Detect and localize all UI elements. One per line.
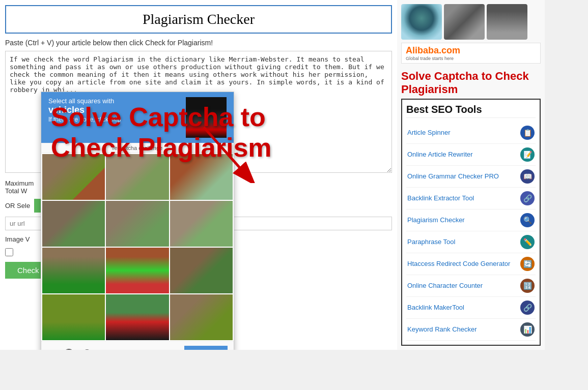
captcha-info-icon[interactable]: ⓘ [82,348,92,350]
or-select-label: OR Sele [5,202,30,209]
seo-tool-item-9[interactable]: Keyword Rank Checker 📊 [406,319,536,341]
seo-tool-item-4[interactable]: Plagiarism Checker 🔍 [406,209,536,231]
captcha-thumbnail [186,97,227,138]
captcha-audio-icon[interactable]: 🎧 [63,348,74,350]
tool-icon-4: 🔍 [520,213,535,227]
ad-image-cpu[interactable] [444,4,485,40]
tool-icon-5: ✏️ [520,235,535,249]
seo-tool-item-7[interactable]: Online Character Counter 🔢 [406,275,536,297]
seo-tool-item-6[interactable]: Htaccess Redirect Code Generator 🔄 [406,253,536,275]
seo-tool-link-7[interactable]: Online Character Counter [407,282,483,289]
captcha-cell-8[interactable] [106,248,169,293]
captcha-cell-3[interactable] [170,154,233,200]
page-title: Plagiarism Checker [16,11,381,27]
tool-icon-6: 🔄 [520,257,535,271]
ad-image-bowl[interactable] [401,4,442,40]
seo-tool-link-3[interactable]: Backlink Extractor Tool [407,194,474,202]
page-title-box: Plagiarism Checker [5,5,392,34]
tool-icon-7: 🔢 [520,279,535,293]
seo-tools-title: Best SEO Tools [406,104,536,118]
alibaba-tagline: Global trade starts here [406,56,460,61]
seo-tool-item-1[interactable]: Online Article Rewriter 📝 [406,144,536,166]
seo-tool-link-2[interactable]: Online Grammar Checker PRO [407,172,499,180]
seo-tool-link-0[interactable]: Article Spinner [407,129,451,136]
seo-tool-link-4[interactable]: Plagiarism Checker [407,216,465,224]
captcha-header-text: Select all squares with [48,97,114,105]
alibaba-logo: Alibaba.com Global trade starts here [406,45,460,61]
captcha-instruction: Select all squares with vehicles If ther… [48,97,121,123]
captcha-cell-6[interactable] [170,201,233,247]
captcha-cell-2[interactable] [106,154,169,200]
ad-images-row [401,4,541,40]
seo-tool-link-6[interactable]: Htaccess Redirect Code Generator [407,260,510,267]
seo-tool-item-2[interactable]: Online Grammar Checker PRO 📖 [406,166,536,188]
seo-tool-item-5[interactable]: Paraphrase Tool ✏️ [406,231,536,253]
seo-tool-item-0[interactable]: Article Spinner 📋 [406,122,536,144]
image-verify-label: Image V [5,235,30,243]
seo-tool-link-8[interactable]: Backlink MakerTool [407,304,464,311]
sidebar: Alibaba.com Global trade starts here Sol… [397,0,545,350]
alibaba-banner[interactable]: Alibaba.com Global trade starts here [401,43,541,64]
sidebar-solve-captcha-text: Solve Captcha to Check Plagiarism [401,68,541,99]
seo-tool-item-3[interactable]: Backlink Extractor Tool 🔗 [406,188,536,209]
tool-list: Article Spinner 📋 Online Article Rewrite… [406,122,536,341]
tool-icon-2: 📖 [520,169,535,184]
seo-tool-link-1[interactable]: Online Article Rewriter [407,151,473,158]
image-verify-checkbox[interactable] [5,248,13,256]
captcha-subject: vehicles [48,105,121,115]
seo-tool-link-9[interactable]: Keyword Rank Checker [407,325,477,333]
tool-icon-3: 🔗 [520,191,535,205]
captcha-cell-12[interactable] [170,294,233,340]
seo-tool-link-5[interactable]: Paraphrase Tool [407,238,455,246]
captcha-cell-4[interactable] [42,201,105,247]
captcha-subtext: If there are none, click skip [48,116,121,123]
captcha-header: Select all squares with vehicles If ther… [41,92,234,143]
captcha-cell-9[interactable] [170,248,233,293]
seo-tool-item-8[interactable]: Backlink MakerTool 🔗 [406,297,536,319]
seo-tools-box: Best SEO Tools Article Spinner 📋 Online … [401,99,541,346]
tool-icon-8: 🔗 [520,301,535,315]
captcha-footer: ↺ 🎧 ⓘ SKIP [41,341,234,350]
captcha-skip-button[interactable]: SKIP [184,346,228,350]
captcha-grid [41,153,234,341]
captcha-reload-icon[interactable]: ↺ [47,348,55,350]
alibaba-text: Alibaba [406,45,439,55]
tool-icon-9: 📊 [520,322,535,337]
captcha-cell-5[interactable] [106,201,169,247]
tool-icon-1: 📝 [520,147,535,162]
textarea-wrapper: Select all squares with vehicles If ther… [5,51,392,174]
captcha-dialog: Select all squares with vehicles If ther… [41,92,234,350]
captcha-cell-1[interactable] [42,154,105,200]
instruction-text: Paste (Ctrl + V) your article below then… [5,39,392,47]
ad-image-card[interactable] [487,4,527,40]
tool-icon-0: 📋 [520,126,535,140]
captcha-challenge-label: recaptcha challenge [41,143,234,153]
captcha-cell-11[interactable] [106,294,169,340]
captcha-cell-10[interactable] [42,294,105,340]
captcha-cell-7[interactable] [42,248,105,293]
